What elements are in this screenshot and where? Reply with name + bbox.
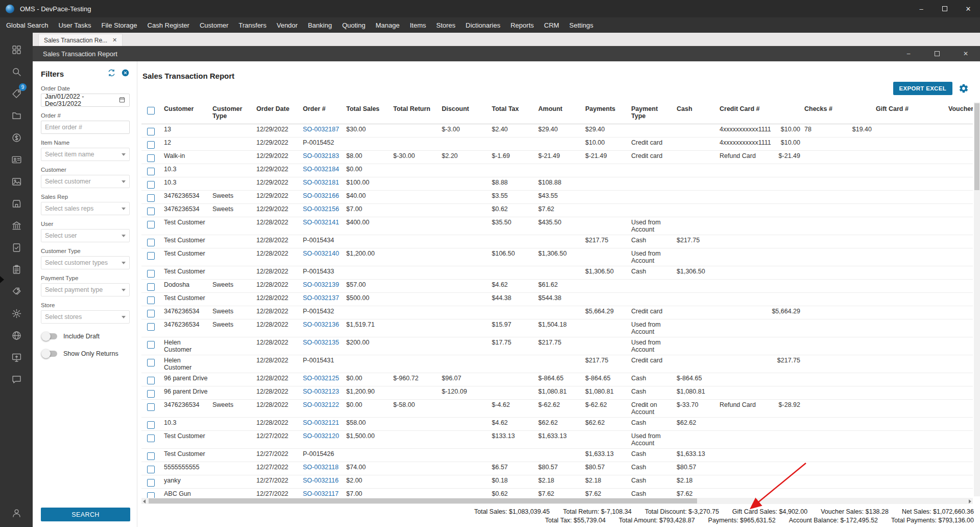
dashboard-icon[interactable] (5, 39, 28, 61)
row-checkbox[interactable] (147, 434, 155, 442)
select-all-checkbox[interactable] (147, 107, 155, 114)
menu-item-manage[interactable]: Manage (370, 17, 404, 33)
store-select[interactable]: Select stores (41, 310, 130, 324)
row-checkbox[interactable] (147, 323, 155, 331)
gear-icon[interactable] (5, 303, 28, 325)
order-link[interactable]: SO-0032121 (302, 418, 345, 430)
horizontal-scrollbar-thumb[interactable] (149, 498, 697, 503)
inner-restore-button[interactable] (923, 46, 951, 61)
row-checkbox[interactable] (147, 403, 155, 411)
row-checkbox[interactable] (147, 341, 155, 349)
search-icon[interactable] (5, 61, 28, 83)
column-header-total-tax[interactable]: Total Tax (491, 102, 537, 124)
maximize-button[interactable] (933, 0, 957, 17)
menu-item-stores[interactable]: Stores (431, 17, 461, 33)
order-link[interactable]: SO-0032118 (302, 462, 345, 475)
inner-close-button[interactable]: ✕ (951, 46, 980, 61)
row-checkbox[interactable] (147, 141, 155, 149)
money-icon[interactable] (5, 127, 28, 149)
order-link[interactable]: SO-0032116 (302, 475, 345, 488)
row-checkbox[interactable] (147, 296, 155, 304)
column-header-payment-type[interactable]: Payment Type (630, 102, 676, 124)
order-link[interactable]: SO-0032181 (302, 177, 345, 190)
menu-item-items[interactable]: Items (404, 17, 431, 33)
order-link[interactable]: SO-0032141 (302, 217, 345, 235)
vertical-scrollbar[interactable] (974, 102, 980, 496)
menu-item-file-storage[interactable]: File Storage (96, 17, 142, 33)
panel-expand-handle[interactable] (0, 276, 4, 283)
tags-icon[interactable] (5, 281, 28, 303)
row-checkbox[interactable] (147, 390, 155, 398)
table-settings-gear-icon[interactable] (959, 83, 969, 94)
globe-icon[interactable] (5, 325, 28, 347)
menu-item-reports[interactable]: Reports (506, 17, 539, 33)
order-link[interactable]: SO-0032139 (302, 280, 345, 292)
order-link[interactable]: SO-0032137 (302, 293, 345, 306)
order-link[interactable]: SO-0032140 (302, 248, 345, 266)
task-check-icon[interactable] (5, 237, 28, 259)
row-checkbox[interactable] (147, 359, 155, 366)
close-button[interactable]: ✕ (957, 0, 980, 17)
contact-card-icon[interactable] (5, 149, 28, 171)
row-checkbox[interactable] (147, 377, 155, 384)
row-checkbox[interactable] (147, 181, 155, 189)
refresh-filters-icon[interactable] (107, 68, 116, 79)
calendar-icon[interactable] (118, 96, 126, 105)
clipboard-icon[interactable] (5, 259, 28, 281)
customer-select[interactable]: Select customer (41, 175, 130, 188)
sales-rep-select[interactable]: Select sales reps (41, 202, 130, 215)
order-link[interactable]: SO-0032122 (302, 400, 345, 417)
payment-type-select[interactable]: Select payment type (41, 283, 130, 296)
order-link[interactable]: SO-0032184 (302, 164, 345, 177)
inner-minimize-button[interactable]: – (894, 46, 923, 61)
tab-sales-transaction-report[interactable]: Sales Transaction Re... ✕ (38, 34, 123, 46)
export-excel-button[interactable]: EXPORT EXCEL (893, 82, 952, 95)
item-name-select[interactable]: Select item name (41, 148, 130, 161)
row-checkbox[interactable] (147, 252, 155, 260)
store-icon[interactable] (5, 193, 28, 215)
order-link[interactable]: SO-0032135 (302, 337, 345, 355)
menu-item-settings[interactable]: Settings (564, 17, 599, 33)
search-button[interactable]: SEARCH (41, 508, 130, 521)
toggle-switch[interactable] (43, 351, 57, 357)
menu-item-transfers[interactable]: Transfers (233, 17, 271, 33)
row-checkbox[interactable] (147, 466, 155, 473)
image-icon[interactable] (5, 171, 28, 193)
toggle-switch[interactable] (43, 333, 57, 339)
order-link[interactable]: SO-0032156 (302, 204, 345, 217)
screen-share-icon[interactable] (5, 347, 28, 369)
column-header-voucher[interactable]: Voucher # (947, 102, 973, 124)
user-select[interactable]: Select user (41, 229, 130, 242)
order-date-field[interactable]: Jan/01/2022 - Dec/31/2022 (41, 94, 130, 107)
column-header-customer-type[interactable]: Customer Type (211, 102, 255, 124)
folder-icon[interactable] (5, 105, 28, 127)
menu-item-crm[interactable]: CRM (539, 17, 564, 33)
menu-item-quoting[interactable]: Quoting (337, 17, 371, 33)
order-link[interactable]: SO-0032183 (302, 151, 345, 164)
user-icon[interactable] (5, 502, 28, 524)
row-checkbox[interactable] (147, 239, 155, 246)
row-checkbox[interactable] (147, 492, 155, 498)
column-header-total-return[interactable]: Total Return (392, 102, 441, 124)
order-number-input[interactable] (41, 121, 130, 134)
menu-item-customer[interactable]: Customer (195, 17, 233, 33)
row-checkbox[interactable] (147, 479, 155, 487)
order-link[interactable]: SO-0032120 (302, 431, 345, 448)
column-header-customer[interactable]: Customer (163, 102, 211, 124)
column-header-order-date[interactable]: Order Date (255, 102, 302, 124)
order-link[interactable]: SO-0032187 (302, 124, 345, 137)
menu-item-global-search[interactable]: Global Search (1, 17, 53, 33)
vertical-scrollbar-thumb[interactable] (974, 103, 979, 190)
row-checkbox[interactable] (147, 128, 155, 135)
menu-item-vendor[interactable]: Vendor (272, 17, 303, 33)
row-checkbox[interactable] (147, 270, 155, 278)
column-header-gift-card[interactable]: Gift Card # (875, 102, 947, 124)
chat-icon[interactable] (5, 369, 28, 391)
customer-type-select[interactable]: Select customer types (41, 256, 130, 269)
scroll-left-arrow-icon[interactable] (143, 499, 146, 503)
menu-item-user-tasks[interactable]: User Tasks (53, 17, 96, 33)
minimize-button[interactable]: – (910, 0, 933, 17)
row-checkbox[interactable] (147, 168, 155, 175)
order-link[interactable]: SO-0032123 (302, 386, 345, 399)
tab-close-icon[interactable]: ✕ (112, 37, 117, 43)
